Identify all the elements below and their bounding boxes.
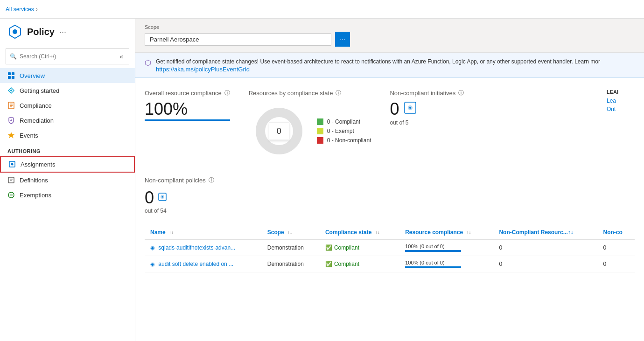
legend-non-compliant: 0 - Non-compliant — [317, 137, 371, 144]
policies-value: 0 — [145, 188, 154, 208]
row-1-compliant-badge: ✅ Compliant — [325, 244, 394, 251]
search-box: 🔍 « — [6, 49, 129, 64]
learn-title: LEAI — [607, 89, 635, 95]
legend-compliant-color — [317, 118, 323, 125]
svg-rect-3 — [12, 72, 14, 75]
breadcrumb-chevron: › — [36, 6, 38, 13]
row-1-name-link[interactable]: sqlads-auditifnotexists-advan... — [158, 244, 235, 251]
notification-bar: ⬡ Get notified of compliance state chang… — [135, 53, 644, 78]
row-1-name: ◉ sqlads-auditifnotexists-advan... — [145, 240, 262, 256]
sidebar-item-compliance[interactable]: Compliance — [0, 98, 135, 113]
initiatives-value: 0 — [390, 101, 399, 118]
events-icon — [7, 132, 15, 139]
compliance-state-sort-icon: ↑↓ — [375, 230, 380, 235]
table-row: ◉ audit soft delete enabled on ... Demon… — [145, 256, 635, 272]
row-2-progress-fill — [405, 266, 461, 268]
sidebar-item-label-overview: Overview — [20, 72, 45, 79]
getting-started-icon — [7, 87, 15, 94]
col-header-compliance-state[interactable]: Compliance state ↑↓ — [320, 225, 399, 240]
sidebar-nav: Overview Getting started Compliance — [0, 68, 135, 341]
sidebar-item-overview[interactable]: Overview — [0, 68, 135, 83]
learn-link-1[interactable]: Lea — [607, 97, 635, 104]
exemptions-icon — [7, 191, 15, 199]
initiatives-info-icon[interactable]: ⓘ — [458, 89, 464, 97]
row-1-progress-fill — [405, 250, 461, 252]
content-area: Overall resource compliance ⓘ 100% Resou… — [135, 78, 644, 284]
col-header-non-co[interactable]: Non-co — [597, 225, 635, 240]
row-1-compliance-state: ✅ Compliant — [320, 240, 399, 256]
assignments-table: Name ↑↓ Scope ↑↓ Compliance state ↑↓ — [145, 225, 635, 272]
overall-compliance-info-icon[interactable]: ⓘ — [224, 89, 230, 97]
notification-link[interactable]: https://aka.ms/policyPlusEventGrid — [156, 66, 250, 73]
definitions-icon — [7, 176, 15, 184]
breadcrumb-all-services[interactable]: All services — [6, 6, 34, 13]
overall-compliance-metric: Overall resource compliance ⓘ 100% — [145, 89, 230, 121]
donut-chart: 0 — [249, 101, 309, 161]
row-2-progress-text: 100% (0 out of 0) — [405, 260, 461, 265]
overview-icon — [7, 72, 15, 79]
learn-link-2[interactable]: Ont — [607, 106, 635, 112]
search-icon: 🔍 — [10, 53, 17, 60]
row-2-progress-bg — [405, 266, 461, 268]
collapse-button[interactable]: « — [118, 51, 125, 62]
row-1-non-co: 0 — [597, 240, 635, 256]
policies-info-icon[interactable]: ⓘ — [209, 176, 214, 184]
legend-non-compliant-label: 0 - Non-compliant — [327, 137, 371, 144]
svg-rect-16 — [8, 177, 14, 183]
svg-marker-13 — [8, 132, 14, 139]
scope-btn-icon: ··· — [340, 35, 345, 43]
row-2-resource-compliance: 100% (0 out of 0) — [399, 256, 493, 272]
col-header-resource-compliance[interactable]: Resource compliance ↑↓ — [399, 225, 493, 240]
initiatives-icon — [404, 101, 417, 117]
row-1-scope: Demonstration — [262, 240, 320, 256]
notification-text: Get notified of compliance state changes… — [156, 58, 600, 65]
resources-by-state-info-icon[interactable]: ⓘ — [336, 89, 341, 97]
resources-by-state-title: Resources by compliance state ⓘ — [249, 89, 371, 97]
row-1-progress-text: 100% (0 out of 0) — [405, 244, 461, 249]
non-compliant-initiatives-metric: Non-compliant initiatives ⓘ 0 out of 5 — [390, 89, 464, 126]
svg-rect-2 — [8, 72, 11, 75]
overall-compliance-title: Overall resource compliance ⓘ — [145, 89, 230, 97]
sidebar-item-getting-started[interactable]: Getting started — [0, 83, 135, 98]
row-1-progress-container: 100% (0 out of 0) — [405, 244, 461, 252]
row-2-compliant-icon: ✅ — [325, 261, 332, 267]
row-2-name-link[interactable]: audit soft delete enabled on ... — [158, 261, 233, 267]
row-2-name: ◉ audit soft delete enabled on ... — [145, 256, 262, 272]
notification-icon: ⬡ — [145, 58, 151, 67]
svg-point-1 — [13, 29, 17, 34]
name-sort-icon: ↑↓ — [169, 230, 174, 235]
row-2-non-co: 0 — [597, 256, 635, 272]
row-2-scope: Demonstration — [262, 256, 320, 272]
row-1-compliant-icon: ✅ — [325, 244, 332, 251]
legend-exempt: 0 - Exempt — [317, 128, 371, 134]
authoring-label: Authoring — [0, 143, 135, 156]
row-2-compliant-badge: ✅ Compliant — [325, 261, 394, 267]
svg-point-6 — [10, 90, 12, 91]
sidebar-ellipsis[interactable]: ··· — [59, 27, 66, 37]
initiatives-out-of: out of 5 — [390, 119, 464, 126]
row-1-non-compliant-resources: 0 — [493, 240, 597, 256]
row-2-non-compliant-resources: 0 — [493, 256, 597, 272]
scope-button[interactable]: ··· — [335, 32, 350, 47]
row-2-icon: ◉ — [150, 261, 155, 267]
col-header-scope[interactable]: Scope ↑↓ — [262, 225, 320, 240]
assignments-icon — [8, 160, 16, 168]
col-header-non-compliant-resources[interactable]: Non-Compliant Resourc...↑↓ — [493, 225, 597, 240]
sidebar-item-assignments[interactable]: Assignments — [0, 156, 135, 173]
sidebar-item-remediation[interactable]: Remediation — [0, 113, 135, 128]
legend-exempt-color — [317, 128, 323, 134]
scope-input-row: ··· — [145, 32, 635, 47]
compliance-icon — [7, 102, 15, 109]
row-1-icon: ◉ — [150, 245, 155, 251]
sidebar-item-definitions[interactable]: Definitions — [0, 173, 135, 188]
sidebar-item-exemptions[interactable]: Exemptions — [0, 188, 135, 202]
col-header-name[interactable]: Name ↑↓ — [145, 225, 262, 240]
resources-by-state-metric: Resources by compliance state ⓘ 0 — [249, 89, 371, 161]
scope-input[interactable] — [145, 33, 331, 46]
row-2-progress-container: 100% (0 out of 0) — [405, 260, 461, 268]
legend-non-compliant-color — [317, 137, 323, 144]
sidebar-item-events[interactable]: Events — [0, 128, 135, 143]
overall-compliance-underline — [145, 119, 230, 121]
notification-text-container: Get notified of compliance state changes… — [156, 57, 600, 73]
search-input[interactable] — [20, 53, 115, 60]
